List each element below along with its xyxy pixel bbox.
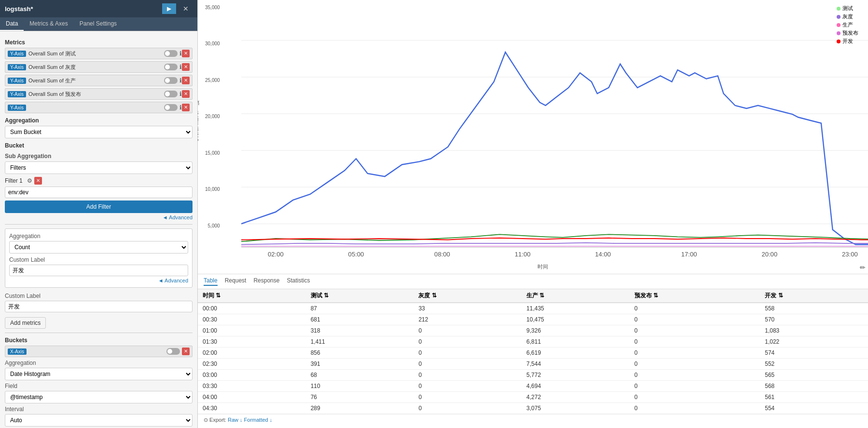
- table-row: 02:3039107,5440552: [198, 359, 868, 370]
- table-cell: 9,326: [522, 325, 630, 336]
- metric-toggle-3[interactable]: [164, 91, 178, 97]
- table-cell: 6,619: [522, 348, 630, 359]
- table-cell: 33: [413, 303, 522, 314]
- svg-text:23:00: 23:00: [842, 251, 858, 258]
- table-cell: 4,694: [522, 381, 630, 392]
- svg-text:17:00: 17:00: [681, 251, 697, 258]
- table-row: 03:3011004,6940568: [198, 381, 868, 392]
- right-panel: Overall Max of 测试 35,000 30,000 25,000 2…: [198, 0, 868, 428]
- table-row: 01:301,41106,81101,022: [198, 336, 868, 348]
- custom-label-input[interactable]: [5, 301, 193, 312]
- metric-aggregation-select[interactable]: Count: [9, 241, 188, 254]
- legend-yufabu: 预发布: [837, 29, 858, 37]
- metric-toggle-2[interactable]: [164, 77, 178, 84]
- table-cell: 0: [630, 314, 760, 325]
- legend-kaifa: 开发: [837, 38, 858, 45]
- svg-text:05:00: 05:00: [348, 251, 364, 258]
- app-title: logstash*: [5, 5, 33, 13]
- table-cell: 681: [306, 314, 414, 325]
- table-cell: 0: [630, 348, 760, 359]
- metric-remove-3[interactable]: ✕: [182, 90, 190, 98]
- xaxis-toggle[interactable]: [166, 348, 180, 355]
- table-cell: 6,811: [522, 336, 630, 348]
- table-cell: 856: [306, 348, 414, 359]
- tab-request[interactable]: Request: [225, 277, 247, 286]
- table-cell: 0: [413, 392, 522, 403]
- filter1-gear-icon[interactable]: ⚙: [27, 177, 32, 184]
- col-header-ceshi[interactable]: 测试 ⇅: [306, 289, 414, 303]
- bucket-interval-select[interactable]: Auto: [5, 414, 193, 427]
- tab-data[interactable]: Data: [0, 17, 24, 31]
- table-cell: 02:30: [198, 359, 306, 370]
- table-cell: 561: [760, 392, 868, 403]
- metric-custom-label-input[interactable]: [9, 265, 188, 276]
- bucket-xaxis-row: X-Axis ✕: [5, 346, 193, 357]
- metric-remove-2[interactable]: ✕: [182, 77, 190, 84]
- aggregation-title: Aggregation: [5, 117, 193, 124]
- tab-table[interactable]: Table: [204, 277, 218, 286]
- tab-statistics[interactable]: Statistics: [287, 277, 310, 286]
- svg-text:14:00: 14:00: [595, 251, 611, 258]
- table-cell: 4,272: [522, 392, 630, 403]
- table-cell: 318: [306, 325, 414, 336]
- table-cell: 0: [413, 348, 522, 359]
- metric-row-1: Y-Axis Overall Sum of 灰度 ℹ ✕: [5, 61, 193, 73]
- panel-content: Metrics Y-Axis Overall Sum of 测试 ℹ ✕ Y-A…: [0, 31, 197, 428]
- table-row: 02:0085606,6190574: [198, 348, 868, 359]
- table-cell: 570: [760, 314, 868, 325]
- left-panel: logstash* ▶ ✕ Data Metrics & Axes Panel …: [0, 0, 198, 428]
- bucket-interval-title: Interval: [5, 406, 193, 413]
- table-cell: 574: [760, 348, 868, 359]
- svg-text:20:00: 20:00: [761, 251, 777, 258]
- add-filter-button[interactable]: Add Filter: [5, 201, 193, 213]
- tab-metrics-axes[interactable]: Metrics & Axes: [24, 17, 73, 31]
- col-header-yufabu[interactable]: 预发布 ⇅: [630, 289, 760, 303]
- metric-remove-0[interactable]: ✕: [182, 50, 190, 57]
- legend-dot-kaifa: [837, 40, 840, 43]
- col-header-shengchan[interactable]: 生产 ⇅: [522, 289, 630, 303]
- legend-dot-huidu: [837, 15, 840, 19]
- bucket-aggregation-select[interactable]: Date Histogram: [5, 368, 193, 380]
- run-button[interactable]: ▶: [162, 3, 176, 14]
- table-cell: 0: [413, 359, 522, 370]
- table-cell: 0: [630, 303, 760, 314]
- xaxis-remove-btn[interactable]: ✕: [182, 348, 190, 355]
- export-bar: ⊙ Export: Raw ↓ Formatted ↓: [198, 414, 868, 426]
- metric-toggle-4[interactable]: [164, 104, 178, 111]
- col-header-huidu[interactable]: 灰度 ⇅: [413, 289, 522, 303]
- table-cell: 0: [630, 370, 760, 381]
- table-cell: 0: [413, 381, 522, 392]
- tab-panel-settings[interactable]: Panel Settings: [74, 17, 123, 31]
- panel-tabs: Data Metrics & Axes Panel Settings: [0, 17, 197, 31]
- table-cell: 02:00: [198, 348, 306, 359]
- metric-remove-4[interactable]: ✕: [182, 104, 190, 111]
- metric-advanced-link-a[interactable]: ◄ Advanced: [158, 278, 188, 283]
- pencil-icon[interactable]: ✏: [860, 264, 866, 271]
- table-cell: 552: [760, 359, 868, 370]
- filter1-remove-btn[interactable]: ✕: [34, 177, 42, 185]
- table-cell: 0: [413, 336, 522, 348]
- close-button[interactable]: ✕: [179, 3, 193, 14]
- metric-row-3: Y-Axis Overall Sum of 预发布 ℹ ✕: [5, 88, 193, 100]
- table-cell: 5,772: [522, 370, 630, 381]
- metric-toggle-0[interactable]: [164, 50, 178, 57]
- col-header-kaifa[interactable]: 开发 ⇅: [760, 289, 868, 303]
- metric-toggle-1[interactable]: [164, 64, 178, 70]
- metric-advanced-link: ◄ Advanced: [9, 276, 188, 283]
- filter1-input[interactable]: [5, 187, 193, 198]
- aggregation-select[interactable]: Sum Bucket: [5, 126, 193, 138]
- metric-remove-1[interactable]: ✕: [182, 63, 190, 71]
- export-raw-link[interactable]: Raw ↓: [228, 417, 243, 423]
- legend-huidu: 灰度: [837, 13, 858, 20]
- tab-response[interactable]: Response: [253, 277, 279, 286]
- table-row: 00:00873311,4350558: [198, 303, 868, 314]
- add-metrics-button[interactable]: Add metrics: [5, 317, 46, 329]
- col-header-time[interactable]: 时间 ⇅: [198, 289, 306, 303]
- sub-aggregation-select[interactable]: Filters: [5, 161, 193, 174]
- table-cell: 01:30: [198, 336, 306, 348]
- table-cell: 0: [630, 336, 760, 348]
- export-label: ⊙ Export:: [204, 417, 228, 423]
- advanced-link-bucket-a[interactable]: ◄ Advanced: [163, 214, 193, 220]
- export-formatted-link[interactable]: Formatted ↓: [244, 417, 273, 423]
- bucket-field-select[interactable]: @timestamp: [5, 391, 193, 403]
